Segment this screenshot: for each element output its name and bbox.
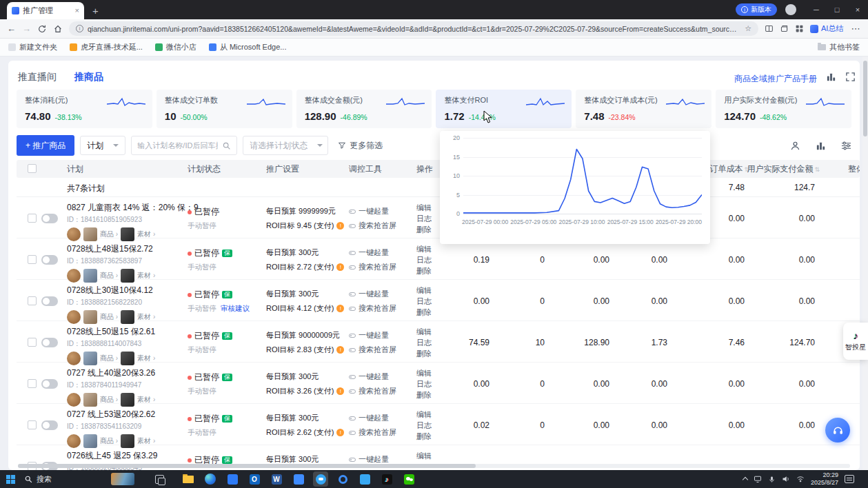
plan-title[interactable]: 0827 儿童雨衣 14% 返：20% 保：9.92 (67, 202, 199, 214)
log-link[interactable]: 日志 (416, 254, 432, 265)
metric-card-gmv[interactable]: 整体成交金额(元) 128.90-46.89% (296, 90, 432, 128)
one-key-boost-label[interactable]: 一键起量 (359, 206, 389, 216)
search-top-screen-label[interactable]: 搜索抢首屏 (359, 345, 396, 355)
product-link[interactable]: 商品 (100, 312, 118, 322)
monitor-icon[interactable] (754, 475, 762, 483)
one-key-boost-label[interactable]: 一键起量 (359, 289, 389, 299)
product-link[interactable]: 商品 (100, 436, 118, 446)
maximize-button[interactable]: □ (827, 0, 847, 19)
delete-link[interactable]: 删除 (416, 224, 432, 235)
new-tab-button[interactable]: + (92, 5, 99, 17)
header-settings[interactable]: 推广设置 (266, 160, 299, 178)
material-link[interactable]: 素材 (137, 230, 155, 239)
mic-icon[interactable] (768, 476, 776, 483)
promotion-manual-link[interactable]: 商品全域推广产品手册 (734, 73, 817, 85)
header-tools[interactable]: 调控工具 (349, 160, 382, 178)
row-checkbox[interactable] (28, 296, 37, 305)
refresh-icon[interactable] (37, 24, 47, 34)
new-version-badge[interactable]: i 新版本 (736, 3, 777, 16)
metric-card-user-paid[interactable]: 用户实际支付金额(元) 124.70-48.62% (716, 90, 851, 128)
teal-app-icon[interactable] (291, 471, 306, 487)
network-icon[interactable] (796, 475, 805, 483)
edit-link[interactable]: 编辑 (416, 285, 432, 296)
blue-app-icon[interactable] (225, 471, 240, 487)
edit-link[interactable]: 编辑 (416, 243, 432, 254)
status-filter-select[interactable]: 请选择计划状态 (243, 136, 328, 155)
log-link[interactable]: 日志 (416, 296, 432, 307)
plan-title[interactable]: 0728线上48退15保2.72 (67, 243, 199, 255)
plan-title[interactable]: 0728线上30退10保4.12 (67, 285, 199, 296)
browser-menu-icon[interactable]: ⋯ (851, 23, 860, 34)
scrollbar-thumb[interactable] (863, 61, 867, 136)
row-checkbox[interactable] (28, 338, 37, 347)
douyin-icon[interactable] (379, 471, 394, 487)
fullscreen-icon[interactable] (845, 72, 856, 85)
extensions-icon[interactable] (795, 24, 804, 33)
search-icon[interactable] (222, 141, 231, 150)
scope-select[interactable]: 计划 (80, 136, 125, 155)
split-screen-icon[interactable] (765, 24, 774, 33)
metric-card-roi[interactable]: 整体支付ROI 1.72-14.43% (436, 90, 572, 128)
material-link[interactable]: 素材 (137, 312, 155, 322)
one-key-boost-label[interactable]: 一键起量 (359, 372, 389, 382)
warning-icon[interactable]: ! (336, 305, 344, 312)
material-link[interactable]: 素材 (137, 354, 155, 363)
row-checkbox[interactable] (28, 379, 37, 388)
scrollbar-thumb[interactable] (18, 464, 476, 468)
select-all-checkbox[interactable] (28, 164, 37, 173)
plan-enable-toggle[interactable] (41, 214, 58, 223)
customer-service-button[interactable] (825, 418, 850, 443)
edit-link[interactable]: 编辑 (416, 367, 432, 378)
search-top-screen-label[interactable]: 搜索抢首屏 (359, 303, 396, 314)
edit-link[interactable]: 编辑 (416, 450, 432, 461)
url-bar[interactable]: i qianchuan.jinritemai.com/uni-prom?aavi… (69, 21, 758, 36)
bookmark-item[interactable]: 从 Microsoft Edge... (209, 42, 287, 52)
home-icon[interactable] (53, 24, 63, 34)
edit-link[interactable]: 编辑 (416, 409, 432, 420)
wechat-icon[interactable] (401, 471, 416, 487)
plan-search-input[interactable]: 输入计划名称/ID后回车搜索 (131, 136, 237, 155)
product-link[interactable]: 商品 (100, 354, 118, 363)
word-icon[interactable]: W (269, 471, 284, 487)
log-link[interactable]: 日志 (416, 378, 432, 389)
search-top-screen-label[interactable]: 搜索抢首屏 (359, 386, 396, 396)
metric-card-consumption[interactable]: 整体消耗(元) 74.80-38.13% (17, 90, 152, 128)
plan-title[interactable]: 0727 线上53退20保2.62 (67, 409, 199, 420)
notification-center-icon[interactable] (845, 475, 854, 483)
site-info-icon[interactable]: i (76, 25, 83, 32)
tab-live-room[interactable]: 推直播间 (18, 71, 57, 83)
one-key-boost-label[interactable]: 一键起量 (359, 330, 389, 340)
taskbar-clock[interactable]: 20:29 2025/8/27 (811, 471, 838, 487)
hidden-icons-chevron[interactable] (743, 477, 748, 482)
warning-icon[interactable]: ! (336, 222, 344, 230)
product-link[interactable]: 商品 (100, 230, 118, 239)
search-top-screen-label[interactable]: 搜索抢首屏 (359, 262, 396, 272)
one-key-boost-label[interactable]: 一键起量 (359, 413, 389, 423)
ai-summary-button[interactable]: AI总结 (810, 23, 843, 34)
header-user-paid[interactable]: 用户实际支付金额⇅ (747, 160, 820, 179)
plan-enable-toggle[interactable] (41, 296, 58, 306)
product-link[interactable]: 商品 (100, 271, 118, 281)
add-promotion-button[interactable]: + 推广商品 (17, 135, 74, 156)
custom-metrics-icon[interactable] (826, 72, 836, 85)
warning-icon[interactable]: ! (336, 387, 344, 395)
row-checkbox[interactable] (28, 420, 37, 429)
browser-profile-avatar[interactable] (785, 4, 796, 15)
log-link[interactable]: 日志 (416, 420, 432, 431)
speaker-icon[interactable] (782, 475, 790, 483)
delete-link[interactable]: 删除 (416, 431, 432, 442)
start-button[interactable] (6, 475, 15, 484)
plan-enable-toggle[interactable] (41, 420, 58, 430)
active-chat-app-icon[interactable] (313, 471, 328, 487)
header-clipped[interactable]: 整体 (848, 160, 860, 178)
plan-enable-toggle[interactable] (41, 255, 58, 265)
header-plan[interactable]: 计划 (67, 160, 83, 178)
edit-link[interactable]: 编辑 (416, 202, 432, 213)
task-view-button[interactable] (155, 475, 164, 484)
log-link[interactable]: 日志 (416, 213, 432, 224)
one-key-boost-label[interactable]: 一键起量 (359, 247, 389, 258)
browser-tab[interactable]: 推广管理 × (7, 2, 84, 19)
sort-icon[interactable]: ⇅ (814, 166, 820, 173)
vertical-scrollbar[interactable] (862, 57, 868, 470)
metric-card-cost-per-order[interactable]: 整体成交订单成本(元) 7.48-23.84% (576, 90, 711, 128)
